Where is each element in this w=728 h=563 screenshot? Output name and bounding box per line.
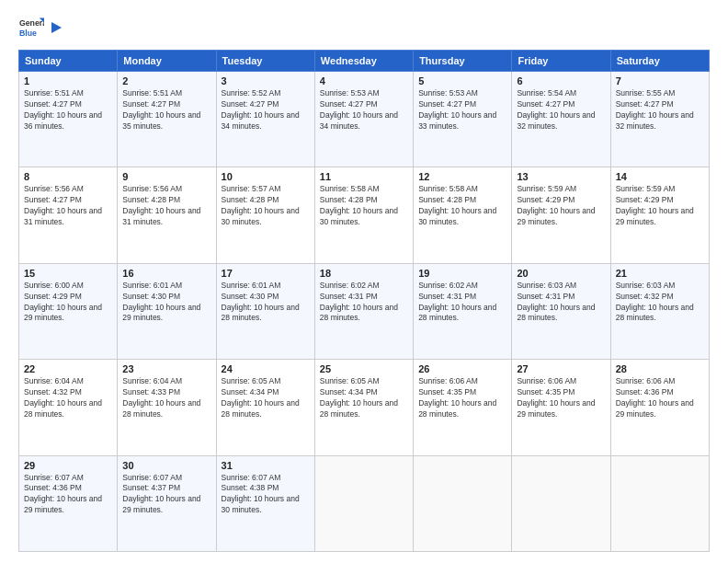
logo: General Blue bbox=[18, 15, 62, 40]
day-number: 18 bbox=[320, 268, 408, 279]
day-info: Sunrise: 5:56 AMSunset: 4:28 PMDaylight:… bbox=[122, 184, 210, 228]
calendar-cell: 27Sunrise: 6:06 AMSunset: 4:35 PMDayligh… bbox=[512, 360, 610, 455]
day-info: Sunrise: 5:59 AMSunset: 4:29 PMDaylight:… bbox=[616, 184, 704, 228]
day-number: 29 bbox=[24, 460, 112, 471]
day-info: Sunrise: 5:51 AMSunset: 4:27 PMDaylight:… bbox=[122, 88, 210, 132]
calendar-week-5: 29Sunrise: 6:07 AMSunset: 4:36 PMDayligh… bbox=[19, 455, 710, 551]
weekday-tuesday: Tuesday bbox=[216, 51, 314, 72]
day-number: 31 bbox=[222, 460, 310, 471]
day-number: 20 bbox=[517, 268, 605, 279]
day-info: Sunrise: 5:52 AMSunset: 4:27 PMDaylight:… bbox=[222, 88, 310, 132]
calendar-cell: 3Sunrise: 5:52 AMSunset: 4:27 PMDaylight… bbox=[216, 72, 314, 167]
calendar-cell: 28Sunrise: 6:06 AMSunset: 4:36 PMDayligh… bbox=[610, 360, 709, 455]
weekday-header-row: SundayMondayTuesdayWednesdayThursdayFrid… bbox=[19, 51, 710, 72]
weekday-wednesday: Wednesday bbox=[314, 51, 413, 72]
calendar-cell: 19Sunrise: 6:02 AMSunset: 4:31 PMDayligh… bbox=[414, 263, 512, 359]
day-number: 10 bbox=[222, 171, 310, 182]
day-number: 13 bbox=[517, 171, 605, 182]
day-info: Sunrise: 5:55 AMSunset: 4:27 PMDaylight:… bbox=[616, 88, 704, 132]
day-number: 2 bbox=[122, 75, 210, 86]
day-number: 12 bbox=[418, 171, 506, 182]
calendar-cell: 29Sunrise: 6:07 AMSunset: 4:36 PMDayligh… bbox=[19, 455, 118, 551]
calendar-cell: 4Sunrise: 5:53 AMSunset: 4:27 PMDaylight… bbox=[314, 72, 413, 167]
day-number: 5 bbox=[418, 75, 506, 86]
day-info: Sunrise: 6:02 AMSunset: 4:31 PMDaylight:… bbox=[418, 281, 506, 325]
svg-text:Blue: Blue bbox=[19, 29, 37, 38]
day-info: Sunrise: 6:06 AMSunset: 4:35 PMDaylight:… bbox=[418, 376, 506, 420]
calendar-cell: 18Sunrise: 6:02 AMSunset: 4:31 PMDayligh… bbox=[314, 263, 413, 359]
calendar-cell: 16Sunrise: 6:01 AMSunset: 4:30 PMDayligh… bbox=[118, 263, 216, 359]
day-number: 11 bbox=[320, 171, 408, 182]
calendar-cell: 8Sunrise: 5:56 AMSunset: 4:27 PMDaylight… bbox=[19, 167, 118, 263]
svg-marker-4 bbox=[51, 22, 62, 33]
weekday-saturday: Saturday bbox=[610, 51, 709, 72]
calendar-cell: 20Sunrise: 6:03 AMSunset: 4:31 PMDayligh… bbox=[512, 263, 610, 359]
calendar-cell: 1Sunrise: 5:51 AMSunset: 4:27 PMDaylight… bbox=[19, 72, 118, 167]
day-info: Sunrise: 5:59 AMSunset: 4:29 PMDaylight:… bbox=[517, 184, 605, 228]
calendar-cell: 5Sunrise: 5:53 AMSunset: 4:27 PMDaylight… bbox=[414, 72, 512, 167]
day-info: Sunrise: 6:04 AMSunset: 4:33 PMDaylight:… bbox=[122, 376, 210, 420]
day-info: Sunrise: 6:03 AMSunset: 4:32 PMDaylight:… bbox=[616, 281, 704, 325]
calendar-cell: 2Sunrise: 5:51 AMSunset: 4:27 PMDaylight… bbox=[118, 72, 216, 167]
calendar-cell bbox=[512, 455, 610, 551]
day-number: 27 bbox=[517, 363, 605, 374]
page: General Blue SundayMondayTuesdayWed bbox=[0, 0, 728, 563]
day-number: 16 bbox=[122, 268, 210, 279]
day-info: Sunrise: 5:53 AMSunset: 4:27 PMDaylight:… bbox=[418, 88, 506, 132]
calendar-cell: 24Sunrise: 6:05 AMSunset: 4:34 PMDayligh… bbox=[216, 360, 314, 455]
day-number: 17 bbox=[222, 268, 310, 279]
day-info: Sunrise: 6:07 AMSunset: 4:36 PMDaylight:… bbox=[24, 473, 112, 517]
calendar-cell: 13Sunrise: 5:59 AMSunset: 4:29 PMDayligh… bbox=[512, 167, 610, 263]
day-info: Sunrise: 6:03 AMSunset: 4:31 PMDaylight:… bbox=[517, 281, 605, 325]
calendar-cell: 23Sunrise: 6:04 AMSunset: 4:33 PMDayligh… bbox=[118, 360, 216, 455]
calendar-week-4: 22Sunrise: 6:04 AMSunset: 4:32 PMDayligh… bbox=[19, 360, 710, 455]
day-info: Sunrise: 6:06 AMSunset: 4:36 PMDaylight:… bbox=[616, 376, 704, 420]
day-number: 28 bbox=[616, 363, 704, 374]
calendar-cell: 10Sunrise: 5:57 AMSunset: 4:28 PMDayligh… bbox=[216, 167, 314, 263]
day-number: 3 bbox=[222, 75, 310, 86]
day-number: 15 bbox=[24, 268, 112, 279]
day-number: 24 bbox=[222, 363, 310, 374]
day-info: Sunrise: 6:01 AMSunset: 4:30 PMDaylight:… bbox=[122, 281, 210, 325]
day-info: Sunrise: 6:04 AMSunset: 4:32 PMDaylight:… bbox=[24, 376, 112, 420]
calendar-cell: 9Sunrise: 5:56 AMSunset: 4:28 PMDaylight… bbox=[118, 167, 216, 263]
day-number: 4 bbox=[320, 75, 408, 86]
day-number: 30 bbox=[122, 460, 210, 471]
weekday-friday: Friday bbox=[512, 51, 610, 72]
calendar-cell: 26Sunrise: 6:06 AMSunset: 4:35 PMDayligh… bbox=[414, 360, 512, 455]
calendar-cell: 30Sunrise: 6:07 AMSunset: 4:37 PMDayligh… bbox=[118, 455, 216, 551]
weekday-monday: Monday bbox=[118, 51, 216, 72]
day-info: Sunrise: 5:58 AMSunset: 4:28 PMDaylight:… bbox=[418, 184, 506, 228]
day-number: 8 bbox=[24, 171, 112, 182]
day-info: Sunrise: 6:02 AMSunset: 4:31 PMDaylight:… bbox=[320, 281, 408, 325]
day-info: Sunrise: 5:58 AMSunset: 4:28 PMDaylight:… bbox=[320, 184, 408, 228]
calendar-week-1: 1Sunrise: 5:51 AMSunset: 4:27 PMDaylight… bbox=[19, 72, 710, 167]
day-number: 9 bbox=[122, 171, 210, 182]
day-number: 23 bbox=[122, 363, 210, 374]
logo-arrow-icon bbox=[49, 22, 62, 35]
calendar-cell: 14Sunrise: 5:59 AMSunset: 4:29 PMDayligh… bbox=[610, 167, 709, 263]
calendar: SundayMondayTuesdayWednesdayThursdayFrid… bbox=[18, 50, 710, 552]
calendar-cell bbox=[610, 455, 709, 551]
day-number: 7 bbox=[616, 75, 704, 86]
calendar-header: SundayMondayTuesdayWednesdayThursdayFrid… bbox=[19, 51, 710, 72]
calendar-cell: 6Sunrise: 5:54 AMSunset: 4:27 PMDaylight… bbox=[512, 72, 610, 167]
calendar-cell bbox=[314, 455, 413, 551]
day-number: 19 bbox=[418, 268, 506, 279]
svg-text:General: General bbox=[19, 18, 44, 28]
day-info: Sunrise: 6:07 AMSunset: 4:38 PMDaylight:… bbox=[222, 473, 310, 517]
calendar-cell: 31Sunrise: 6:07 AMSunset: 4:38 PMDayligh… bbox=[216, 455, 314, 551]
calendar-cell: 15Sunrise: 6:00 AMSunset: 4:29 PMDayligh… bbox=[19, 263, 118, 359]
weekday-sunday: Sunday bbox=[19, 51, 118, 72]
calendar-cell: 11Sunrise: 5:58 AMSunset: 4:28 PMDayligh… bbox=[314, 167, 413, 263]
calendar-week-3: 15Sunrise: 6:00 AMSunset: 4:29 PMDayligh… bbox=[19, 263, 710, 359]
day-number: 1 bbox=[24, 75, 112, 86]
day-info: Sunrise: 5:56 AMSunset: 4:27 PMDaylight:… bbox=[24, 184, 112, 228]
calendar-cell: 12Sunrise: 5:58 AMSunset: 4:28 PMDayligh… bbox=[414, 167, 512, 263]
calendar-cell: 21Sunrise: 6:03 AMSunset: 4:32 PMDayligh… bbox=[610, 263, 709, 359]
day-info: Sunrise: 6:07 AMSunset: 4:37 PMDaylight:… bbox=[122, 473, 210, 517]
calendar-cell bbox=[414, 455, 512, 551]
calendar-week-2: 8Sunrise: 5:56 AMSunset: 4:27 PMDaylight… bbox=[19, 167, 710, 263]
day-number: 21 bbox=[616, 268, 704, 279]
day-info: Sunrise: 5:57 AMSunset: 4:28 PMDaylight:… bbox=[222, 184, 310, 228]
